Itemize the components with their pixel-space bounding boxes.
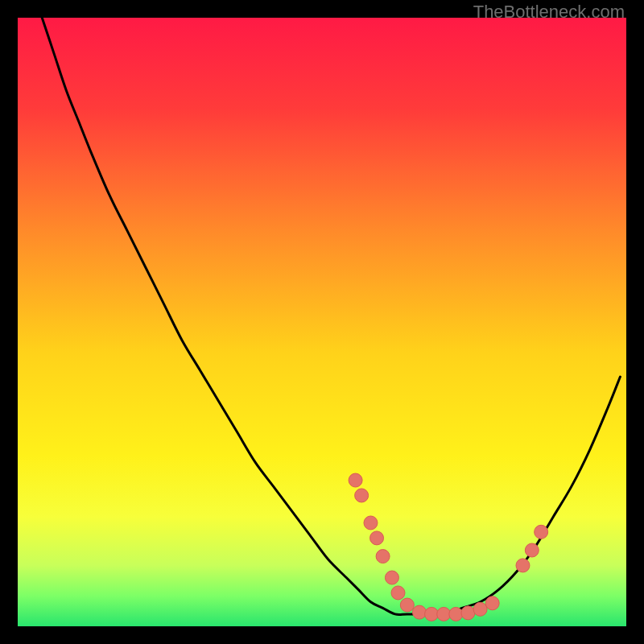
curve-marker xyxy=(485,597,499,610)
curve-marker xyxy=(364,516,378,530)
curve-marker xyxy=(449,607,463,621)
curve-marker xyxy=(376,550,390,564)
curve-marker xyxy=(349,473,362,487)
curve-marker xyxy=(461,606,475,620)
curve-marker xyxy=(370,531,384,545)
curve-marker xyxy=(400,598,414,612)
curve-marker xyxy=(355,489,369,502)
curve-marker xyxy=(425,607,439,621)
curve-marker xyxy=(525,543,539,557)
curve-marker xyxy=(535,525,548,539)
chart-frame xyxy=(18,18,626,626)
curve-marker xyxy=(391,586,405,600)
curve-marker xyxy=(516,559,530,572)
watermark-text: TheBottleneck.com xyxy=(473,2,625,23)
curve-marker xyxy=(385,571,398,584)
bottleneck-chart xyxy=(18,18,626,626)
curve-marker xyxy=(437,607,451,621)
curve-marker xyxy=(412,605,426,619)
curve-marker xyxy=(473,602,487,616)
